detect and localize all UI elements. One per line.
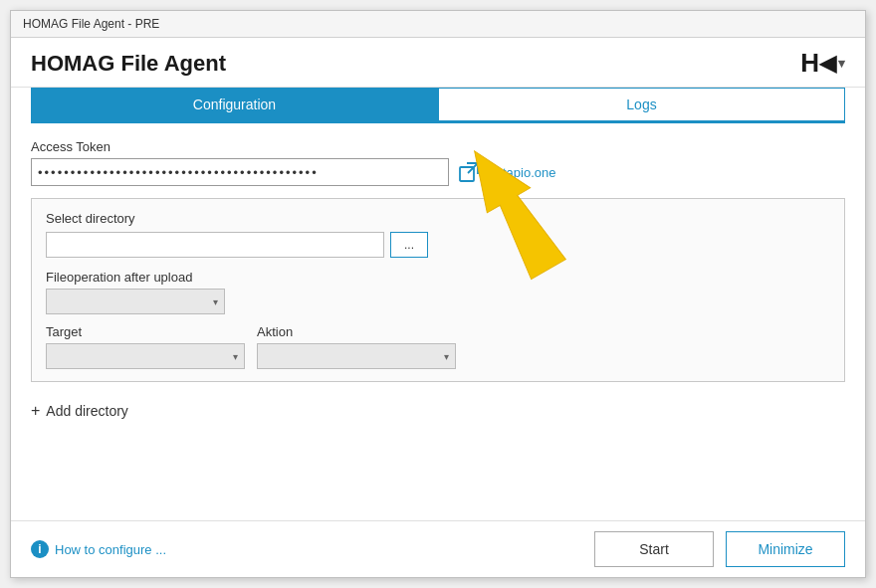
access-token-section: Access Token my.tapio.one bbox=[31, 139, 845, 186]
how-to-label: How to configure ... bbox=[55, 542, 166, 557]
target-label: Target bbox=[46, 324, 245, 339]
tab-logs[interactable]: Logs bbox=[438, 88, 845, 121]
how-to-configure-link[interactable]: i How to configure ... bbox=[31, 540, 166, 558]
target-chevron-icon: ▾ bbox=[233, 351, 238, 362]
minimize-button[interactable]: Minimize bbox=[726, 531, 845, 567]
aktion-dropdown[interactable]: ▾ bbox=[257, 343, 456, 369]
logo-dropdown-arrow[interactable]: ▾ bbox=[838, 56, 845, 71]
footer: i How to configure ... Start Minimize bbox=[11, 520, 865, 577]
access-token-input[interactable] bbox=[31, 158, 449, 186]
chevron-down-icon: ▾ bbox=[213, 296, 218, 307]
select-directory-label: Select directory bbox=[46, 211, 830, 226]
start-button[interactable]: Start bbox=[594, 531, 714, 567]
header: HOMAG File Agent H◀ ▾ bbox=[11, 38, 865, 88]
info-icon: i bbox=[31, 540, 49, 558]
directory-row: ... bbox=[46, 232, 830, 258]
svg-line-1 bbox=[468, 163, 478, 173]
token-row: my.tapio.one bbox=[31, 158, 845, 186]
main-window: HOMAG File Agent - PRE HOMAG File Agent … bbox=[10, 10, 866, 578]
directory-input[interactable] bbox=[46, 232, 384, 258]
logo: H◀ ▾ bbox=[800, 48, 845, 79]
add-directory-button[interactable]: + Add directory bbox=[31, 392, 845, 420]
access-token-label: Access Token bbox=[31, 139, 845, 154]
aktion-column: Aktion ▾ bbox=[257, 324, 456, 369]
fileoperation-label: Fileoperation after upload bbox=[46, 270, 830, 285]
title-bar: HOMAG File Agent - PRE bbox=[11, 11, 865, 38]
app-title: HOMAG File Agent bbox=[31, 51, 226, 77]
fileoperation-dropdown[interactable]: ▾ bbox=[46, 289, 225, 314]
aktion-chevron-icon: ▾ bbox=[444, 351, 449, 362]
footer-buttons: Start Minimize bbox=[594, 531, 845, 567]
tabs-container: Configuration Logs bbox=[31, 88, 845, 123]
external-link-button[interactable]: my.tapio.one bbox=[459, 162, 555, 182]
target-aktion-row: Target ▾ Aktion ▾ bbox=[46, 324, 830, 369]
logo-bracket: ◀ bbox=[819, 51, 835, 77]
directory-section: Select directory ... Fileoperation after… bbox=[31, 198, 845, 382]
target-dropdown[interactable]: ▾ bbox=[46, 343, 245, 369]
aktion-label: Aktion bbox=[257, 324, 456, 339]
external-link-icon bbox=[459, 162, 479, 182]
plus-icon: + bbox=[31, 402, 40, 420]
content-area: Access Token my.tapio.one bbox=[11, 123, 865, 520]
tab-configuration[interactable]: Configuration bbox=[31, 88, 438, 121]
tapio-link[interactable]: my.tapio.one bbox=[483, 165, 555, 180]
target-column: Target ▾ bbox=[46, 324, 245, 369]
logo-text: H bbox=[800, 48, 817, 79]
browse-button[interactable]: ... bbox=[390, 232, 428, 258]
add-directory-label: Add directory bbox=[46, 403, 127, 419]
title-bar-text: HOMAG File Agent - PRE bbox=[23, 17, 159, 31]
